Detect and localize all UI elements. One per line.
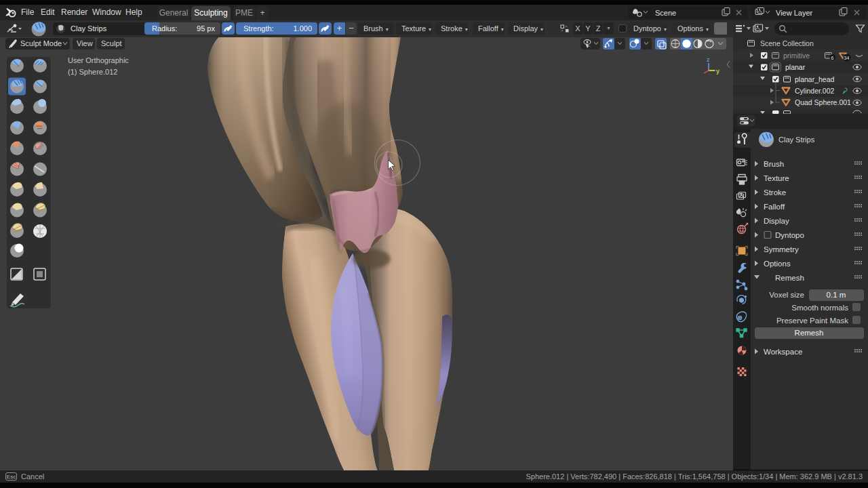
svg-text:Scene: Scene	[655, 9, 676, 17]
svg-text:(1) Sphere.012: (1) Sphere.012	[68, 68, 117, 76]
svg-text:6: 6	[831, 56, 834, 60]
svg-text:planar: planar	[785, 63, 806, 71]
svg-text:0.1 m: 0.1 m	[827, 291, 846, 299]
svg-text:Remesh: Remesh	[795, 329, 824, 337]
svg-text:Preserve Paint Mask: Preserve Paint Mask	[776, 317, 848, 325]
svg-text:planar_head: planar_head	[795, 75, 835, 83]
svg-text:Sculpt: Sculpt	[101, 39, 122, 47]
svg-text:Sculpt Mode: Sculpt Mode	[20, 39, 62, 47]
svg-text:Quad Sphere.001: Quad Sphere.001	[795, 98, 851, 106]
svg-text:Texture: Texture	[764, 174, 789, 182]
svg-text:Voxel size: Voxel size	[769, 291, 804, 299]
svg-text:y: y	[716, 68, 719, 75]
svg-text:Options: Options	[764, 260, 791, 268]
svg-text:Cylinder.002: Cylinder.002	[795, 87, 835, 95]
svg-text:Brush: Brush	[764, 160, 784, 168]
svg-text:z: z	[707, 56, 710, 63]
svg-text:Smooth normals: Smooth normals	[791, 304, 848, 312]
svg-text:Scene Collection: Scene Collection	[760, 39, 814, 47]
svg-text:Workspace: Workspace	[764, 348, 802, 356]
svg-text:Falloff: Falloff	[764, 203, 785, 211]
svg-text:34: 34	[844, 56, 850, 60]
svg-text:primitive: primitive	[783, 52, 810, 60]
svg-text:Clay Strips: Clay Strips	[778, 136, 815, 144]
svg-text:User Orthographic: User Orthographic	[68, 56, 129, 64]
svg-text:Stroke: Stroke	[764, 188, 786, 197]
svg-text:View Layer: View Layer	[776, 9, 813, 17]
svg-text:Dyntopo: Dyntopo	[775, 231, 804, 239]
svg-text:Remesh: Remesh	[775, 274, 804, 282]
svg-text:Display: Display	[764, 217, 789, 225]
svg-text:Symmetry: Symmetry	[764, 245, 799, 253]
svg-text:View: View	[77, 39, 93, 47]
